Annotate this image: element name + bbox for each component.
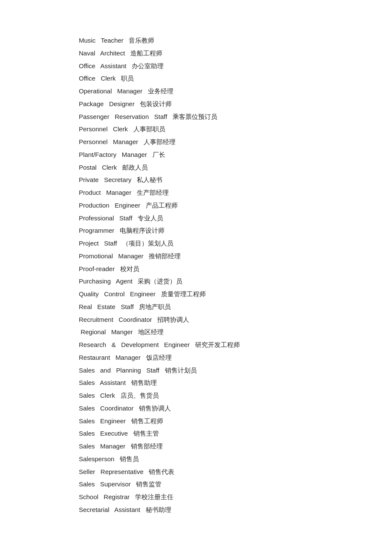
entry-english: Research & Development Engineer xyxy=(79,341,190,348)
entry-chinese: 办公室助理 xyxy=(132,62,164,69)
list-item: Project Staff （项目）策划人员 xyxy=(79,237,392,250)
list-item: Purchasing Agent 采购（进货）员 xyxy=(79,275,392,288)
entry-english: Personnel Manager xyxy=(79,138,138,145)
entry-chinese: 人事部职员 xyxy=(133,125,165,133)
list-item: Naval Architect 造船工程师 xyxy=(79,47,392,60)
list-item: Seller Representative 销售代表 xyxy=(79,465,392,478)
list-item: Office Clerk 职员 xyxy=(79,72,392,85)
list-item: Sales Engineer 销售工程师 xyxy=(79,415,392,428)
entry-english: School Registrar xyxy=(79,493,130,500)
list-item: Research & Development Engineer 研究开发工程师 xyxy=(79,338,392,351)
list-item: Promotional Manager 推销部经理 xyxy=(79,250,392,263)
entry-chinese: 销售主管 xyxy=(133,430,159,437)
list-item: Sales Coordinator 销售协调人 xyxy=(79,402,392,415)
entry-chinese: 产品工程师 xyxy=(146,202,178,209)
entry-chinese: 研究开发工程师 xyxy=(195,341,240,348)
list-item: Professional Staff 专业人员 xyxy=(79,212,392,225)
list-item: Real Estate Staff 房地产职员 xyxy=(79,301,392,313)
list-item: Package Designer 包装设计师 xyxy=(79,98,392,110)
entry-english: Sales Manager xyxy=(79,442,125,450)
list-item: Proof-reader 校对员 xyxy=(79,263,392,275)
entry-english: Sales Coordinator xyxy=(79,405,133,412)
entry-english: Secretarial Assistant xyxy=(79,506,140,513)
list-item: Music Teacher 音乐教师 xyxy=(79,34,392,47)
entry-chinese: 店员、售货员 xyxy=(121,392,159,399)
entry-english: Sales and Planning Staff xyxy=(79,367,159,374)
list-item: Recruitment Coordinator 招聘协调人 xyxy=(79,313,392,326)
entry-english: Project Staff xyxy=(79,240,117,247)
entry-chinese: 私人秘书 xyxy=(137,176,162,183)
entry-chinese: 推销部经理 xyxy=(149,252,181,260)
list-item: Personnel Manager 人事部经理 xyxy=(79,136,392,148)
entry-english: Product Manager xyxy=(79,189,131,196)
entry-english: Professional Staff xyxy=(79,214,133,222)
entry-chinese: 业务经理 xyxy=(148,87,173,95)
list-item: Plant/Factory Manager 厂长 xyxy=(79,148,392,161)
list-item: Sales Executive 销售主管 xyxy=(79,427,392,440)
entry-english: Personnel Clerk xyxy=(79,125,128,133)
entry-chinese: 销售计划员 xyxy=(165,367,197,374)
entry-chinese: 学校注册主任 xyxy=(135,493,173,500)
entry-english: Sales Assistant xyxy=(79,379,126,386)
entry-chinese: 地区经理 xyxy=(138,328,164,335)
list-item: Private Secretary 私人秘书 xyxy=(79,173,392,186)
entry-chinese: 生产部经理 xyxy=(137,189,169,196)
list-item: Secretarial Assistant 秘书助理 xyxy=(79,503,392,516)
entry-english: Promotional Manager xyxy=(79,252,144,260)
entry-english: Postal Clerk xyxy=(79,164,117,171)
entry-english: Production Engineer xyxy=(79,202,140,209)
list-item: Quality Control Engineer 质量管理工程师 xyxy=(79,288,392,301)
list-item: Sales Clerk 店员、售货员 xyxy=(79,389,392,402)
entry-english: Plant/Factory Manager xyxy=(79,151,147,158)
entry-chinese: 校对员 xyxy=(120,265,139,272)
entry-chinese: 秘书助理 xyxy=(146,506,171,513)
entry-english: Quality Control Engineer xyxy=(79,290,156,298)
entry-english: Proof-reader xyxy=(79,265,115,272)
entry-english: Regional Manger xyxy=(79,328,133,335)
entry-english: Office Clerk xyxy=(79,75,115,82)
entry-chinese: 销售代表 xyxy=(149,468,174,475)
entry-english: Programmer xyxy=(79,227,114,234)
list-item: Sales Assistant 销售助理 xyxy=(79,376,392,389)
list-item: Passenger Reservation Staff 乘客票位预订员 xyxy=(79,110,392,123)
entry-english: Sales Executive xyxy=(79,430,128,437)
entry-chinese: 人事部经理 xyxy=(144,138,176,145)
entry-chinese: 饭店经理 xyxy=(146,354,172,361)
list-item: Regional Manger 地区经理 xyxy=(79,326,392,338)
entry-english: Private Secretary xyxy=(79,176,131,183)
list-item: School Registrar 学校注册主任 xyxy=(79,491,392,503)
entry-chinese: 造船工程师 xyxy=(130,49,162,57)
entry-chinese: 销售工程师 xyxy=(131,417,163,425)
entry-chinese: 职员 xyxy=(121,75,134,82)
list-item: Restaurant Manager 饭店经理 xyxy=(79,351,392,364)
entry-chinese: 采购（进货）员 xyxy=(138,278,182,285)
entry-chinese: 包装设计师 xyxy=(140,100,172,107)
entry-chinese: 质量管理工程师 xyxy=(161,290,206,298)
list-item: Office Assistant 办公室助理 xyxy=(79,60,392,72)
list-item: Sales and Planning Staff 销售计划员 xyxy=(79,364,392,377)
entry-english: Real Estate Staff xyxy=(79,303,134,310)
entry-chinese: （项目）策划人员 xyxy=(122,240,173,247)
list-item: Operational Manager 业务经理 xyxy=(79,85,392,98)
entry-chinese: 销售助理 xyxy=(131,379,157,386)
entry-english: Package Designer xyxy=(79,100,135,107)
entry-chinese: 销售员 xyxy=(120,455,139,462)
list-item: Programmer 电脑程序设计师 xyxy=(79,224,392,237)
entry-chinese: 销售协调人 xyxy=(139,405,171,412)
entry-chinese: 厂长 xyxy=(153,151,165,158)
entry-english: Passenger Reservation Staff xyxy=(79,113,167,120)
entry-english: Sales Engineer xyxy=(79,417,126,425)
entry-english: Music Teacher xyxy=(79,37,124,44)
entry-english: Operational Manager xyxy=(79,87,142,95)
entry-english: Sales Supervisor xyxy=(79,480,131,488)
entry-english: Naval Architect xyxy=(79,49,125,57)
entry-english: Sales Clerk xyxy=(79,392,115,399)
entry-chinese: 专业人员 xyxy=(138,214,163,222)
entry-english: Seller Representative xyxy=(79,468,144,475)
entry-list: Music Teacher 音乐教师Naval Architect 造船工程师O… xyxy=(79,34,392,516)
entry-chinese: 招聘协调人 xyxy=(157,316,189,323)
entry-chinese: 乘客票位预订员 xyxy=(173,113,217,120)
entry-chinese: 音乐教师 xyxy=(129,37,154,44)
entry-chinese: 邮政人员 xyxy=(122,164,148,171)
entry-chinese: 销售监管 xyxy=(136,480,161,488)
